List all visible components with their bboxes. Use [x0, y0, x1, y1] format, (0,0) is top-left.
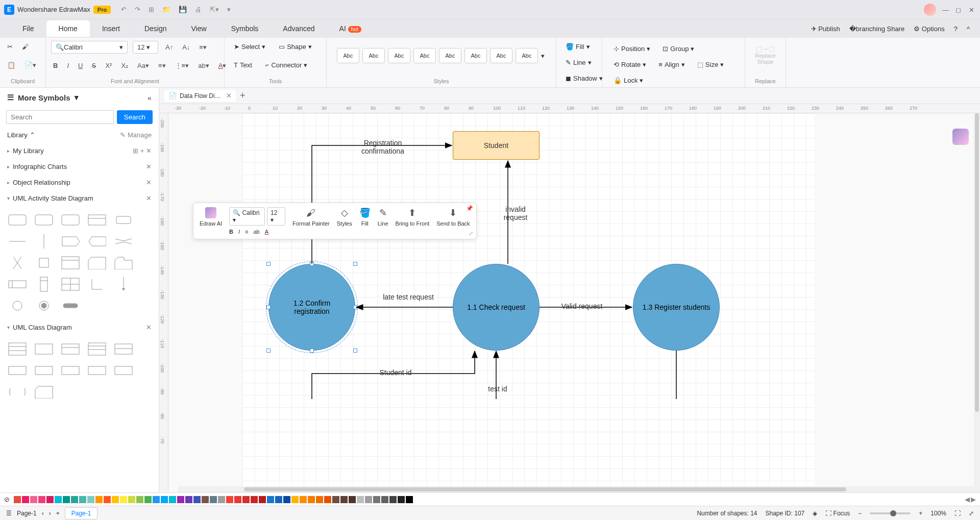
node-register-students[interactable]: 1.3 Register students: [633, 264, 720, 351]
lib-infographic[interactable]: Infographic Charts✕: [0, 159, 159, 175]
label-invalid[interactable]: invalid request: [495, 205, 536, 221]
symbol-search-input[interactable]: [6, 110, 114, 124]
shape-thumb[interactable]: [59, 211, 82, 229]
label-student-id[interactable]: Student id: [370, 368, 421, 377]
color-swatch[interactable]: [14, 496, 21, 503]
maximize-icon[interactable]: ◻: [955, 6, 963, 13]
color-swatch[interactable]: [251, 496, 258, 503]
bullets-icon[interactable]: ⋮≡▾: [173, 60, 191, 71]
line-button[interactable]: ✎ Line ▾: [561, 57, 597, 68]
color-swatch[interactable]: [291, 496, 299, 503]
color-swatch[interactable]: [136, 496, 143, 503]
case-icon[interactable]: Aa▾: [135, 60, 151, 71]
text-tool[interactable]: T Text: [230, 59, 256, 71]
ft-line[interactable]: ✎Line: [378, 207, 388, 227]
color-swatch[interactable]: [340, 496, 348, 503]
color-swatch[interactable]: [79, 496, 86, 503]
strike-icon[interactable]: S̶: [90, 60, 98, 71]
align-icon[interactable]: ≡▾: [197, 41, 209, 53]
color-swatch[interactable]: [202, 496, 209, 503]
scrollbar-horizontal[interactable]: [178, 486, 980, 492]
color-swatch[interactable]: [226, 496, 233, 503]
library-label[interactable]: Library: [7, 131, 28, 139]
no-color-icon[interactable]: ⊘: [4, 496, 10, 503]
shape-thumb[interactable]: [59, 276, 82, 293]
shape-thumb[interactable]: [112, 340, 135, 358]
shape-thumb[interactable]: [6, 297, 29, 314]
shape-thumb[interactable]: [86, 233, 108, 250]
label-reg-conf[interactable]: Registration confirmationa: [347, 139, 419, 155]
color-swatch[interactable]: [63, 496, 70, 503]
shape-thumb[interactable]: [59, 297, 82, 314]
student-entity[interactable]: Student: [453, 131, 540, 160]
open-icon[interactable]: 📁: [162, 6, 170, 13]
fill-button[interactable]: 🪣 Fill ▾: [561, 41, 597, 53]
shape-thumb[interactable]: [33, 276, 55, 293]
style-swatch[interactable]: Abc: [490, 48, 512, 63]
align-button[interactable]: ≡ Align▾: [654, 59, 689, 70]
doc-tab[interactable]: 📄 Data Flow Dia... ✕: [164, 90, 236, 102]
color-swatch[interactable]: [234, 496, 241, 503]
color-swatch[interactable]: [300, 496, 307, 503]
export-icon[interactable]: ⇱▾: [210, 6, 219, 13]
menu-insert[interactable]: Insert: [90, 20, 132, 37]
color-swatch[interactable]: [22, 496, 29, 503]
label-valid[interactable]: Valid request: [551, 302, 612, 310]
menu-view[interactable]: View: [179, 20, 219, 37]
font-size-select[interactable]: 12 ▾: [133, 41, 158, 54]
page-list-icon[interactable]: ☰: [6, 510, 12, 517]
color-swatch[interactable]: [185, 496, 192, 503]
shape-thumb[interactable]: [33, 383, 55, 401]
fit-page-icon[interactable]: ⛶: [954, 510, 961, 517]
zoom-slider[interactable]: [870, 512, 911, 514]
color-swatch[interactable]: [120, 496, 127, 503]
shape-thumb[interactable]: [6, 383, 29, 401]
increase-font-icon[interactable]: A↑: [163, 41, 175, 53]
size-button[interactable]: ⬚ Size▾: [693, 59, 728, 70]
label-test-id[interactable]: test id: [482, 385, 513, 393]
layers-icon[interactable]: ◈: [813, 510, 817, 517]
zoom-level[interactable]: 100%: [930, 510, 946, 517]
ai-logo-icon[interactable]: [952, 129, 969, 145]
page-tab[interactable]: Page-1: [65, 507, 98, 519]
shape-thumb[interactable]: [86, 211, 108, 229]
fullscreen-icon[interactable]: ⤢: [969, 510, 974, 517]
shape-thumb[interactable]: [33, 297, 55, 314]
shape-thumb[interactable]: [33, 233, 55, 250]
color-swatch[interactable]: [193, 496, 201, 503]
shape-thumb[interactable]: [59, 254, 82, 271]
ft-font-select[interactable]: 🔍 Calibri ▾: [229, 207, 265, 226]
shape-thumb[interactable]: [33, 211, 55, 229]
select-tool[interactable]: ➤ Select ▾: [230, 41, 270, 53]
manage-button[interactable]: ✎ Manage: [120, 131, 152, 139]
ft-highlight-icon[interactable]: ab: [253, 229, 259, 235]
collapse-ribbon-icon[interactable]: ^: [967, 25, 970, 33]
ft-bold-icon[interactable]: B: [229, 229, 233, 235]
color-swatch[interactable]: [210, 496, 217, 503]
ft-font-color-icon[interactable]: A: [265, 229, 268, 235]
color-swatch[interactable]: [357, 496, 364, 503]
print-icon[interactable]: 🖨: [195, 6, 202, 13]
style-swatch[interactable]: Abc: [439, 48, 461, 63]
style-swatch[interactable]: Abc: [337, 48, 359, 63]
prev-page-icon[interactable]: ‹: [42, 510, 44, 517]
ft-send-back[interactable]: ⬇Send to Back: [436, 207, 470, 227]
node-check-request[interactable]: 1.1 Check request: [453, 264, 540, 351]
group-button[interactable]: ⊡ Group▾: [658, 43, 698, 55]
colorbar-scroll-left-icon[interactable]: ◀: [965, 496, 970, 503]
color-swatch[interactable]: [71, 496, 78, 503]
font-family-select[interactable]: 🔍 Calibri▾: [51, 41, 128, 54]
new-icon[interactable]: ⊞: [149, 6, 154, 13]
add-page-icon[interactable]: +: [56, 510, 60, 517]
menu-home[interactable]: Home: [46, 20, 90, 37]
paste-icon[interactable]: 📄▾: [22, 59, 38, 71]
color-swatch[interactable]: [373, 496, 380, 503]
save-icon[interactable]: 💾: [179, 6, 187, 13]
cut-icon[interactable]: ✂: [5, 41, 15, 53]
color-swatch[interactable]: [406, 496, 413, 503]
format-painter-icon[interactable]: 🖌: [20, 41, 31, 53]
next-page-icon[interactable]: ›: [49, 510, 51, 517]
close-icon[interactable]: ✕: [969, 6, 976, 13]
style-swatch[interactable]: Abc: [413, 48, 436, 63]
shape-thumb[interactable]: [6, 233, 29, 250]
